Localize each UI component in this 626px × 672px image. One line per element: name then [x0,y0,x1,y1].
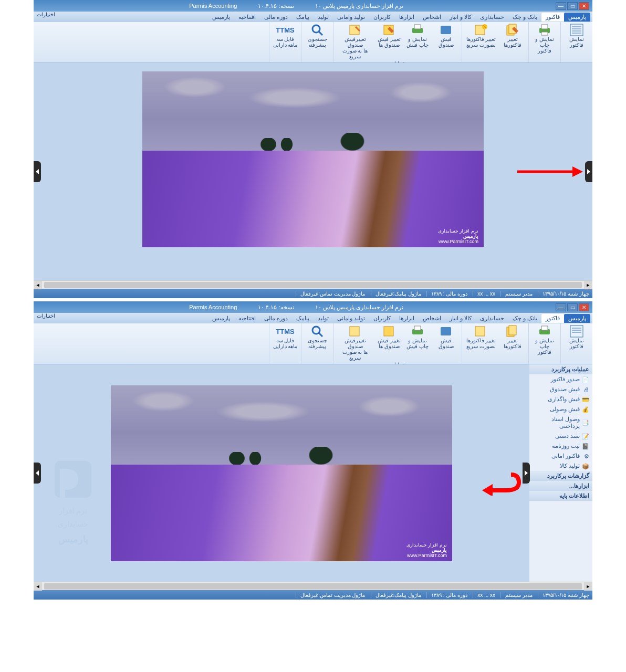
background-photo: نرم افزار حسابداریپارمیسwww.ParmisIT.com [111,385,452,561]
svg-rect-6 [541,25,548,29]
ribbon-ttms[interactable]: TTMSفایل سهماهه دارایی [273,24,298,48]
restore-button[interactable]: ▭ [567,303,578,311]
h-scrollbar[interactable]: ◄► [34,280,592,289]
close-button[interactable]: ✕ [579,303,589,311]
close-button[interactable]: ✕ [579,2,589,10]
side-item-receipt[interactable]: 🖨فیش صندوق [529,384,592,394]
tab-opening[interactable]: افتتاحیه [234,13,260,22]
tab-consignment[interactable]: تولید وامانی [333,314,369,323]
side-item-produce[interactable]: 📦تولید کالا [529,461,592,471]
ribbon-print-receipt[interactable]: نمایش وچاپ فیش [405,24,430,59]
ribbon-ttms[interactable]: TTMSفایل سهماهه دارایی [273,325,298,349]
svg-rect-0 [570,24,583,36]
svg-line-18 [319,32,322,35]
ribbon-receipt[interactable]: فیشصندوق [433,325,458,361]
side-item-journal[interactable]: 📓ثبت روزنامه [529,441,592,451]
svg-rect-34 [350,327,359,336]
side-item-invoice[interactable]: 📄صدور فاکتور [529,374,592,384]
tab-accounting[interactable]: حسابداری [476,314,508,323]
ribbon-show-invoice[interactable]: نمایشفاکتور [564,24,589,48]
tab-accounting[interactable]: حسابداری [476,13,508,22]
ribbon-edit-receipt[interactable]: تغییر فیشصندوق ها [377,24,402,59]
ribbon-edit-invoices-fast[interactable]: تغییر فاکتورهابصورت سریع [465,24,497,48]
svg-text:حسابداری: حسابداری [58,520,88,529]
tab-bank[interactable]: بانک و چک [508,314,541,323]
parmis-watermark-logo: نرم افزارحسابداریپارمیس [49,456,97,561]
invoice-icon: 📄 [582,376,589,383]
tab-invoice[interactable]: فاکتور [541,314,564,323]
side-head-reports[interactable]: گزارشات پرکاربرد [529,471,592,481]
ribbon-print-receipt[interactable]: نمایش وچاپ فیش [405,325,430,361]
company-name: Parmis Accounting [189,304,237,311]
tab-invoice[interactable]: فاکتور [541,13,564,22]
tab-production[interactable]: تولید [314,13,333,22]
collapse-panel-handle[interactable] [523,463,530,484]
tab-parmis2[interactable]: پارمیس [208,13,234,22]
tab-consignment[interactable]: تولید وامانی [333,13,369,22]
expand-panel-handle-left[interactable] [34,463,41,484]
expand-panel-handle-left[interactable] [34,161,41,182]
minimize-button[interactable]: — [556,303,566,311]
menubar: پارمیس فاکتور بانک و چک حسابداری کالا و … [34,12,592,22]
collect-icon: 💰 [582,406,589,413]
workspace: نرم افزار حسابداریپارمیسwww.ParmisIT.com [34,63,592,280]
workspace-expanded: عملیات پرکاربرد 📄صدور فاکتور 🖨فیش صندوق … [34,364,592,582]
menubar: پارمیس فاکتور بانک و چک حسابداری کالا و … [34,313,592,323]
side-item-deposit[interactable]: 💳فیش واگذاری [529,394,592,404]
tab-parmis2[interactable]: پارمیس [208,314,234,323]
side-head-tools[interactable]: ابزارها... [529,481,592,491]
h-scrollbar[interactable]: ◄► [34,582,592,590]
ribbon-edit-receipt-fast[interactable]: تغییرفیش صندوقها به صورت سریع [337,24,373,59]
annotation-arrow-return [479,469,521,496]
status-date: چهار شنبه ۱۳۹۵/۱۰/۱۵ [538,291,589,297]
tab-bank[interactable]: بانک و چک [508,13,541,22]
tab-parmis-main[interactable]: پارمیس [564,13,590,22]
svg-line-36 [319,333,322,337]
quick-access-label: اختیارات [37,12,55,17]
ribbon-edit-receipt[interactable]: تغییر فیشصندوق ها [377,325,402,361]
ribbon-search[interactable]: جستجویپیشرفته [305,325,330,349]
tab-fiscal[interactable]: دوره مالی [260,314,292,323]
ribbon-search[interactable]: جستجویپیشرفته [305,24,330,48]
tab-sms[interactable]: پیامک [292,314,314,323]
tab-sms[interactable]: پیامک [292,13,314,22]
side-head-base[interactable]: اطلاعات پایه [529,491,592,501]
status-call: ماژول مدیریت تماس:غیرفعال [296,592,365,598]
svg-rect-26 [541,326,548,330]
titlebar: ✕ ▭ — نرم افزار حسابداری پارمیس پلاس ۱۰ … [34,0,592,12]
ribbon-receipt[interactable]: فیشصندوق [433,24,458,59]
side-item-collect[interactable]: 💰فیش وصولی [529,404,592,414]
app-title: نرم افزار حسابداری پارمیس پلاس ۱۰ [315,3,403,9]
status-admin: مدیر سیستم [500,592,533,598]
ribbon-print-invoice[interactable]: نمایش و چاپفاکتور [532,325,557,355]
statusbar: چهار شنبه ۱۳۹۵/۱۰/۱۵ مدیر سیستم xx ... x… [34,590,592,600]
tab-tools[interactable]: ابزارها [395,314,419,323]
tab-persons[interactable]: اشخاص [419,314,445,323]
minimize-button[interactable]: — [556,2,566,10]
ribbon-show-invoice[interactable]: نمایشفاکتور [564,325,589,349]
restore-button[interactable]: ▭ [567,2,578,10]
tab-fiscal[interactable]: دوره مالی [260,13,292,22]
tab-persons[interactable]: اشخاص [419,13,445,22]
tab-inventory[interactable]: کالا و انبار [445,13,476,22]
side-item-consign[interactable]: ⚙فاکتور امانی [529,451,592,461]
ribbon-edit-invoices[interactable]: تغییرفاکتورها [500,24,525,48]
svg-marker-20 [572,166,583,177]
ribbon-edit-invoices-fast[interactable]: تغییر فاکتورهابصورت سریع [465,325,497,349]
photo-watermark: نرم افزار حسابداریپارمیسwww.ParmisIT.com [406,542,447,558]
tab-opening[interactable]: افتتاحیه [234,314,260,323]
tab-parmis-main[interactable]: پارمیس [564,314,590,323]
side-item-docs[interactable]: 📑وصول اسناد پرداختنی [529,414,592,431]
side-item-manual[interactable]: 📝سند دستی [529,431,592,441]
tab-users[interactable]: کاربران [369,13,395,22]
titlebar: ✕ ▭ — نرم افزار حسابداری پارمیس پلاس ۱۰ … [34,301,592,313]
tab-inventory[interactable]: کالا و انبار [445,314,476,323]
ribbon-edit-receipt-fast[interactable]: تغییرفیش صندوقها به صورت سریع [337,325,373,361]
tab-users[interactable]: کاربران [369,314,395,323]
ribbon-print-invoice[interactable]: نمایش و چاپفاکتور [532,24,557,54]
tab-tools[interactable]: ابزارها [395,13,419,22]
ribbon-edit-invoices[interactable]: تغییرفاکتورها [500,325,525,349]
expand-panel-handle-right[interactable] [585,161,592,182]
tab-production[interactable]: تولید [314,314,333,323]
svg-point-17 [312,25,320,33]
